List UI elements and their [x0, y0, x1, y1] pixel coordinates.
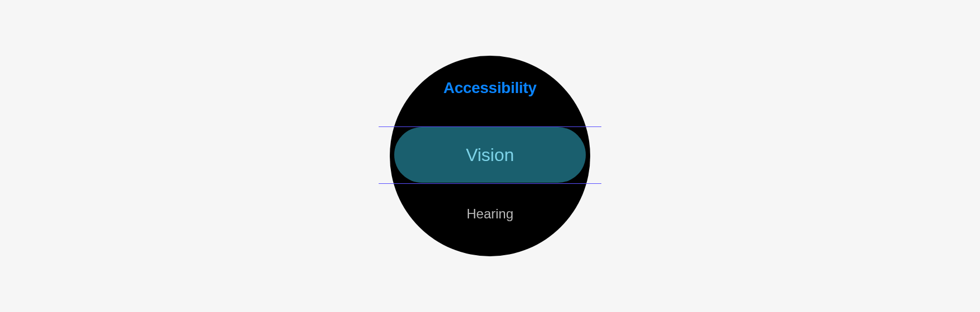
watch-screen: Accessibility Vision Hearing: [390, 56, 590, 256]
list-item-hearing[interactable]: Hearing: [390, 206, 590, 222]
layout-guide-top: [379, 126, 601, 127]
page-title: Accessibility: [390, 79, 590, 97]
layout-guide-bottom: [379, 183, 601, 184]
list-item-label: Vision: [466, 145, 514, 165]
watch-face: Accessibility Vision Hearing: [390, 56, 590, 256]
list-item-vision[interactable]: Vision: [394, 127, 586, 183]
